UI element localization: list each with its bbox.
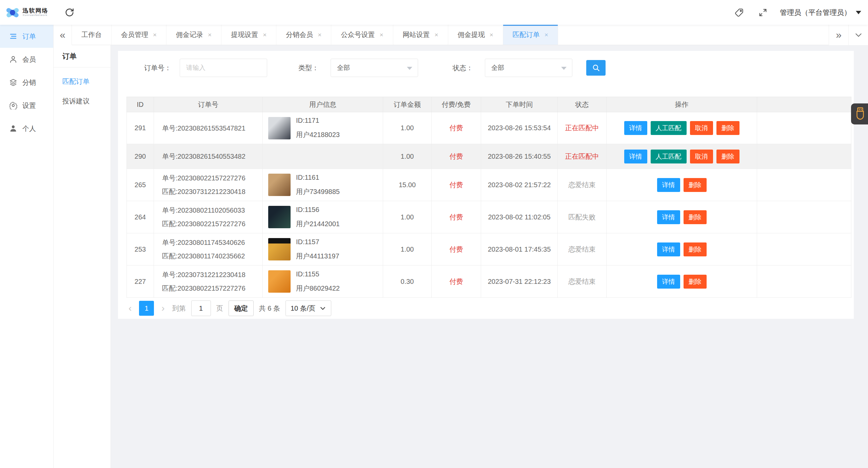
- delete-button[interactable]: 删除: [716, 150, 739, 163]
- cell-status: 正在匹配中: [558, 112, 607, 144]
- tab-close-icon[interactable]: ×: [379, 31, 383, 39]
- refresh-button[interactable]: [59, 0, 80, 25]
- cell-pay-type: 付费: [432, 201, 481, 233]
- delete-button[interactable]: 删除: [684, 178, 707, 192]
- status-label: 正在匹配中: [565, 153, 599, 160]
- order-no-line: 单号:202308261540553482: [162, 153, 262, 160]
- next-page-button[interactable]: ›: [159, 304, 166, 313]
- tab-提现设置[interactable]: 提现设置×: [221, 25, 276, 45]
- sidebar-item-会员[interactable]: 会员: [0, 48, 53, 71]
- detail-button[interactable]: 详情: [657, 275, 680, 289]
- user-id-label: ID:1156: [296, 206, 340, 214]
- goto-page-input[interactable]: [191, 300, 211, 316]
- submenu-item-投诉建议[interactable]: 投诉建议: [54, 91, 111, 111]
- cell-amount: 1.00: [383, 144, 432, 169]
- tab-网站设置[interactable]: 网站设置×: [393, 25, 448, 45]
- user-menu[interactable]: 管理员（平台管理员）: [780, 8, 861, 17]
- cell-empty: [757, 233, 851, 266]
- tab-close-icon[interactable]: ×: [435, 31, 438, 39]
- status-label: 状态：: [453, 63, 473, 73]
- tab-label: 工作台: [81, 30, 102, 39]
- type-select[interactable]: 全部: [331, 59, 418, 77]
- pay-type-label: 付费: [450, 246, 463, 253]
- status-label: 匹配失败: [569, 213, 596, 221]
- tab-close-icon[interactable]: ×: [153, 31, 157, 39]
- delete-button[interactable]: 删除: [716, 121, 739, 135]
- column-header-empty: [757, 97, 851, 112]
- page-number-current[interactable]: 1: [139, 301, 154, 316]
- manual-button[interactable]: 人工匹配: [651, 150, 687, 163]
- more-tabs-button[interactable]: »: [829, 25, 848, 45]
- order-no-input[interactable]: [180, 59, 267, 77]
- collapse-tabs-button[interactable]: «: [54, 25, 72, 45]
- goto-label: 到第: [172, 304, 186, 313]
- sidebar-item-订单[interactable]: 订单: [0, 25, 53, 48]
- tab-公众号设置[interactable]: 公众号设置×: [331, 25, 393, 45]
- sidebar-item-分销[interactable]: 分销: [0, 71, 53, 94]
- refresh-icon: [64, 7, 75, 18]
- cell-pay-type: 付费: [432, 144, 481, 169]
- tab-close-icon[interactable]: ×: [208, 31, 212, 39]
- manual-button[interactable]: 人工匹配: [651, 121, 687, 135]
- pay-type-label: 付费: [450, 153, 463, 160]
- status-select-value: 全部: [491, 63, 504, 72]
- submenu-item-匹配订单[interactable]: 匹配订单: [54, 72, 111, 91]
- search-button[interactable]: [586, 60, 606, 76]
- cancel-button[interactable]: 取消: [690, 150, 713, 163]
- cell-order-no: 单号:202308022157227276匹配:2023073122122304…: [154, 169, 263, 201]
- submenu-items: 匹配订单投诉建议: [54, 67, 111, 111]
- cell-order-time: 2023-08-01 17:45:35: [481, 233, 558, 266]
- detail-button[interactable]: 详情: [657, 178, 680, 192]
- tab-menu-button[interactable]: [848, 25, 868, 45]
- delete-button[interactable]: 删除: [684, 210, 707, 224]
- cell-id: 291: [127, 112, 154, 144]
- user-number-label: 用户21442001: [296, 219, 340, 229]
- chevron-down-icon: [854, 31, 863, 39]
- tab-佣金提现[interactable]: 佣金提现×: [448, 25, 503, 45]
- tab-匹配订单[interactable]: 匹配订单×: [503, 25, 558, 45]
- detail-button[interactable]: 详情: [624, 150, 647, 163]
- order-no-label: 订单号：: [144, 63, 171, 73]
- cell-amount: 1.00: [383, 201, 432, 233]
- tag-button[interactable]: [732, 0, 746, 25]
- detail-button[interactable]: 详情: [624, 121, 647, 135]
- tab-close-icon[interactable]: ×: [490, 31, 493, 39]
- tab-佣金记录[interactable]: 佣金记录×: [166, 25, 221, 45]
- tab-工作台[interactable]: 工作台: [72, 25, 112, 45]
- status-select[interactable]: 全部: [485, 59, 572, 77]
- tab-close-icon[interactable]: ×: [318, 31, 321, 39]
- tab-会员管理[interactable]: 会员管理×: [112, 25, 166, 45]
- tab-close-icon[interactable]: ×: [263, 31, 267, 39]
- delete-button[interactable]: 删除: [684, 242, 707, 256]
- tab-label: 匹配订单: [513, 30, 540, 39]
- cancel-button[interactable]: 取消: [690, 121, 713, 135]
- fullscreen-button[interactable]: [756, 0, 770, 25]
- user-avatar: [268, 238, 291, 260]
- tab-分销会员[interactable]: 分销会员×: [276, 25, 331, 45]
- floating-widget-button[interactable]: [851, 103, 868, 124]
- sidebar-item-个人[interactable]: 个人: [0, 117, 53, 140]
- column-header-下单时间: 下单时间: [481, 97, 558, 112]
- goto-confirm-button[interactable]: 确定: [229, 300, 254, 316]
- cell-empty: [757, 201, 851, 233]
- cell-actions: 详情删除: [607, 201, 757, 233]
- detail-button[interactable]: 详情: [657, 210, 680, 224]
- sidebar-item-设置[interactable]: 设置: [0, 94, 53, 117]
- cell-status: 正在匹配中: [558, 144, 607, 169]
- brand-subtitle: XunruanNetwork: [23, 14, 48, 17]
- column-header-订单号: 订单号: [154, 97, 263, 112]
- cell-order-time: 2023-07-31 22:12:23: [481, 266, 558, 298]
- orders-table: ID订单号用户信息订单金额付费/免费下单时间状态操作 291单号:2023082…: [126, 97, 851, 298]
- prev-page-button[interactable]: ‹: [126, 304, 134, 313]
- pagination: ‹ 1 › 到第 页 确定 共 6 条 10 条/页: [126, 300, 331, 316]
- per-page-select[interactable]: 10 条/页: [285, 300, 331, 316]
- cell-pay-type: 付费: [432, 233, 481, 266]
- cell-user-info: [263, 144, 383, 169]
- column-header-订单金额: 订单金额: [383, 97, 432, 112]
- delete-button[interactable]: 删除: [684, 275, 707, 289]
- cell-actions: 详情删除: [607, 169, 757, 201]
- pay-type-label: 付费: [450, 213, 463, 221]
- detail-button[interactable]: 详情: [657, 242, 680, 256]
- tab-close-icon[interactable]: ×: [545, 31, 548, 39]
- status-select-caret-icon: [561, 67, 567, 70]
